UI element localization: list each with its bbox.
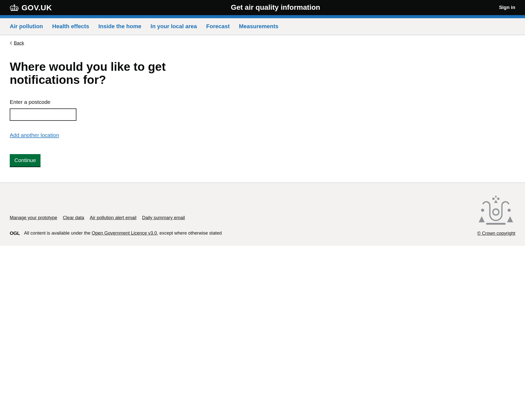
postcode-label: Enter a postcode (10, 98, 247, 105)
footer-link-manage-prototype[interactable]: Manage your prototype (10, 215, 57, 220)
ogl-link[interactable]: Open Government Licence v3.0 (92, 231, 157, 236)
govuk-logo[interactable]: GOV.UK (10, 3, 52, 13)
crown-copyright-link[interactable]: © Crown copyright (477, 231, 515, 236)
nav-local-area[interactable]: In your local area (150, 18, 197, 35)
ogl-icon: OGL (10, 230, 20, 237)
postcode-input[interactable] (10, 108, 76, 121)
add-another-location-link[interactable]: Add another location (10, 132, 59, 138)
nav-inside-home[interactable]: Inside the home (98, 18, 141, 35)
sign-in-link[interactable]: Sign in (499, 4, 515, 11)
nav-forecast[interactable]: Forecast (206, 18, 230, 35)
nav-air-pollution[interactable]: Air pollution (10, 18, 43, 35)
licence-text: All content is available under the Open … (24, 230, 222, 236)
royal-coat-of-arms-icon (477, 195, 515, 226)
main-content: Back Where would you like to get notific… (0, 35, 256, 183)
continue-button[interactable]: Continue (10, 154, 41, 167)
footer-links: Manage your prototype Clear data Air pol… (10, 215, 467, 221)
govuk-logo-text: GOV.UK (22, 3, 52, 13)
site-footer: Manage your prototype Clear data Air pol… (0, 183, 525, 246)
service-name[interactable]: Get air quality information (52, 3, 499, 12)
footer-link-clear-data[interactable]: Clear data (63, 215, 84, 220)
back-link[interactable]: Back (10, 40, 24, 46)
site-header: GOV.UK Get air quality information Sign … (0, 0, 525, 18)
chevron-left-icon (10, 41, 12, 45)
footer-link-summary-email[interactable]: Daily summary email (142, 215, 185, 220)
crown-icon (10, 4, 19, 12)
back-link-label: Back (14, 40, 24, 46)
page-heading: Where would you like to get notification… (10, 60, 174, 86)
primary-nav: Air pollution Health effects Inside the … (0, 18, 525, 35)
footer-link-alert-email[interactable]: Air pollution alert email (90, 215, 136, 220)
nav-measurements[interactable]: Measurements (239, 18, 278, 35)
nav-health-effects[interactable]: Health effects (52, 18, 89, 35)
